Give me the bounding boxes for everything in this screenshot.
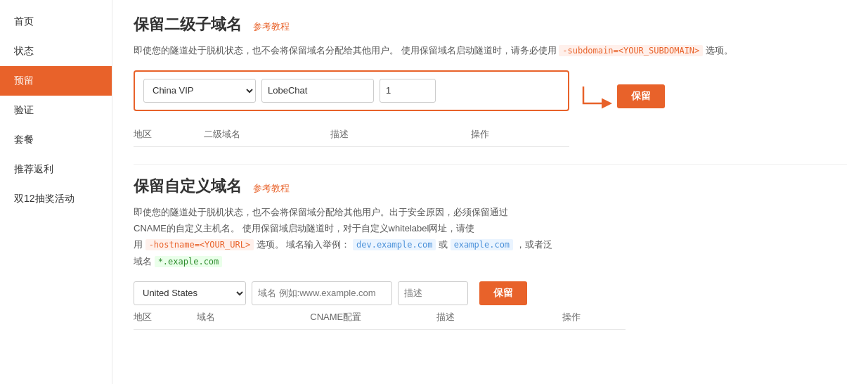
sidebar-item-referral[interactable]: 推荐返利 [0, 155, 112, 184]
section2-ref-link[interactable]: 参考教程 [253, 182, 290, 195]
col-header-region: 地区 [134, 128, 204, 141]
col-header-action: 操作 [471, 128, 541, 141]
section2-reserve-custom: 保留自定义域名 参考教程 即使您的隧道处于脱机状态，也不会将保留域分配给其他用户… [134, 176, 847, 330]
sidebar: 首页 状态 预留 验证 套餐 推荐返利 双12抽奖活动 [0, 0, 112, 384]
sidebar-item-lottery[interactable]: 双12抽奖活动 [0, 184, 112, 214]
col-header-desc: 描述 [330, 128, 471, 141]
section1-reserve-subdomain: 保留二级子域名 参考教程 即使您的隧道处于脱机状态，也不会将保留域名分配给其他用… [134, 14, 847, 147]
col2-header-action: 操作 [562, 311, 626, 324]
sidebar-item-verify[interactable]: 验证 [0, 96, 112, 125]
col2-header-region: 地区 [134, 311, 197, 324]
main-content: 保留二级子域名 参考教程 即使您的隧道处于脱机状态，也不会将保留域名分配给其他用… [112, 0, 868, 384]
domain-input[interactable] [252, 281, 392, 305]
section2-header: 保留自定义域名 参考教程 [134, 176, 847, 197]
region-select-domain[interactable]: United States [134, 281, 246, 305]
sidebar-item-reserve[interactable]: 预留 [0, 66, 112, 96]
section1-form-row: China VIP [134, 70, 569, 111]
subdomain-num-input[interactable] [380, 79, 436, 103]
subdomain-input[interactable] [261, 79, 374, 103]
section2-code-wildcard: *.exaple.com [155, 256, 223, 267]
col-header-subdomain: 二级域名 [204, 128, 330, 141]
arrow-icon [581, 84, 614, 109]
section1-save-button[interactable]: 保留 [617, 84, 665, 108]
section2-table-header: 地区 域名 CNAME配置 描述 操作 [134, 305, 626, 330]
sidebar-item-package[interactable]: 套餐 [0, 125, 112, 155]
region-select-subdomain[interactable]: China VIP [143, 79, 256, 103]
section1-code1: -subdomain=<YOUR_SUBDOMAIN> [559, 45, 703, 56]
col2-header-domain: 域名 [197, 311, 311, 324]
section1-header: 保留二级子域名 参考教程 [134, 14, 847, 35]
arrow-save-wrapper: 保留 [581, 84, 665, 109]
section1-description: 即使您的隧道处于脱机状态，也不会将保留域名分配给其他用户。 使用保留域名启动隧道… [134, 42, 847, 59]
section1-ref-link[interactable]: 参考教程 [253, 20, 290, 33]
domain-desc-input[interactable] [398, 281, 468, 305]
col2-header-desc: 描述 [436, 311, 562, 324]
section2-save-button[interactable]: 保留 [479, 281, 527, 305]
section-divider [134, 164, 847, 165]
section2-code-dev: dev.example.com [353, 239, 436, 250]
section1-title: 保留二级子域名 [134, 14, 242, 35]
section2-description: 即使您的隧道处于脱机状态，也不会将保留域分配给其他用户。出于安全原因，必须保留通… [134, 204, 847, 270]
sidebar-item-status[interactable]: 状态 [0, 37, 112, 66]
col2-header-cname: CNAME配置 [310, 311, 436, 324]
section2-code-example: example.com [451, 239, 513, 250]
section2-title: 保留自定义域名 [134, 176, 242, 197]
section2-form-area: United States 保留 [134, 281, 847, 305]
section2-form-row: United States [134, 281, 468, 305]
sidebar-item-home[interactable]: 首页 [0, 7, 112, 37]
section2-code-hostname: -hostname=<YOUR_URL> [145, 239, 254, 250]
section1-table-header: 地区 二级域名 描述 操作 [134, 122, 569, 147]
